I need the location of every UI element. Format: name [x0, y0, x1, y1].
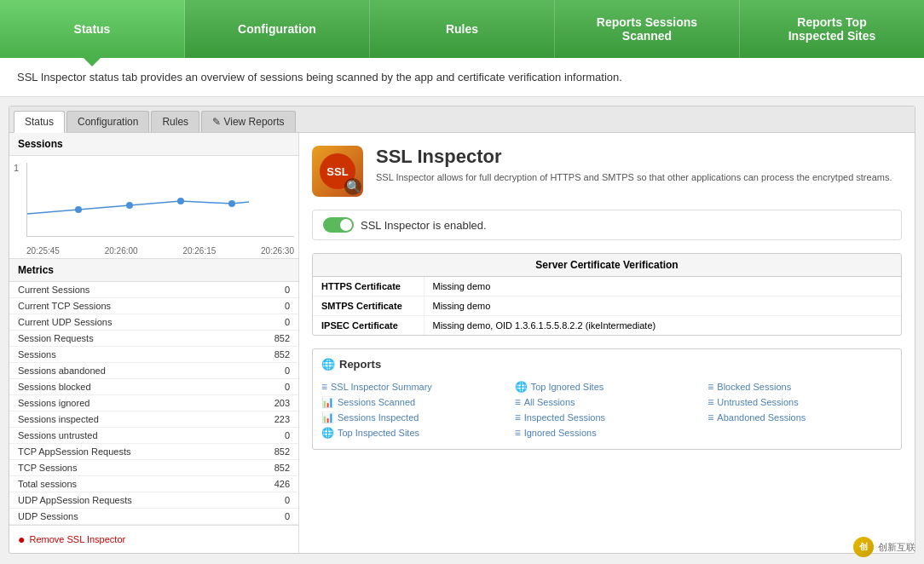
metric-row: Sessions852: [9, 347, 298, 363]
metric-row: Total sessions426: [9, 476, 298, 492]
report-link[interactable]: ≡Ignored Sessions: [515, 425, 700, 440]
watermark: 创 创新互联: [853, 537, 915, 557]
metric-row: TCP Sessions852: [9, 460, 298, 476]
svg-point-1: [126, 202, 133, 209]
watermark-logo: 创: [853, 537, 874, 557]
metric-row: Session Requests852: [9, 331, 298, 347]
metric-row: Sessions inspected223: [9, 411, 298, 428]
metric-row: Sessions blocked0: [9, 379, 298, 395]
remove-label: Remove SSL Inspector: [29, 534, 125, 544]
ssl-enabled-toggle[interactable]: [323, 217, 354, 233]
svg-point-2: [177, 198, 184, 204]
report-link[interactable]: ≡Abandoned Sessions: [707, 410, 892, 425]
cert-row: SMTPS CertificateMissing demo: [313, 296, 901, 316]
metric-row: Sessions abandoned0: [9, 363, 298, 379]
metric-row: UDP Sessions0: [9, 509, 298, 525]
sessions-header: Sessions: [9, 133, 298, 156]
chart-svg: [27, 163, 294, 236]
metrics-table: Current Sessions0Current TCP Sessions0Cu…: [9, 282, 298, 525]
enabled-text: SSL Inspector is enabled.: [361, 219, 487, 232]
inner-tab-bar: Status Configuration Rules ✎ View Report…: [9, 106, 915, 133]
metrics-header: Metrics: [9, 258, 298, 282]
cert-verification-table: Server Certificate Verification HTTPS Ce…: [312, 253, 902, 336]
cert-table-title: Server Certificate Verification: [313, 254, 901, 277]
ssl-icon: SSL 🔍: [312, 146, 363, 197]
chart-x-labels: 20:25:45 20:26:00 20:26:15 20:26:30: [26, 246, 294, 256]
report-link[interactable]: ≡Untrusted Sessions: [707, 394, 892, 410]
top-navigation: Status Configuration Rules Reports Sessi…: [0, 0, 924, 58]
report-link[interactable]: 📊Sessions Inspected: [321, 410, 506, 425]
report-link[interactable]: 🌐Top Ignored Sites: [515, 379, 700, 394]
ssl-description: SSL Inspector allows for full decryption…: [376, 172, 892, 182]
report-link[interactable]: ≡Inspected Sessions: [515, 410, 700, 425]
reports-grid: ≡SSL Inspector Summary📊Sessions Scanned📊…: [321, 379, 892, 440]
inner-tab-configuration[interactable]: Configuration: [66, 111, 149, 132]
nav-item-configuration[interactable]: Configuration: [185, 0, 370, 58]
report-link[interactable]: ≡All Sessions: [515, 394, 700, 410]
svg-point-0: [75, 206, 82, 213]
left-panel: Sessions 1 20:25:45 20:26:00: [9, 133, 299, 553]
ssl-info: SSL Inspector SSL Inspector allows for f…: [376, 146, 892, 182]
cert-row: HTTPS CertificateMissing demo: [313, 277, 901, 296]
metric-row: UDP AppSession Requests0: [9, 492, 298, 509]
report-link[interactable]: 🌐Top Inspected Sites: [321, 425, 506, 440]
metric-row: Current UDP Sessions0: [9, 314, 298, 331]
cert-row: IPSEC CertificateMissing demo, OID 1.3.6…: [313, 316, 901, 336]
metric-row: Current Sessions0: [9, 282, 298, 298]
metric-row: TCP AppSession Requests852: [9, 444, 298, 460]
report-link[interactable]: 📊Sessions Scanned: [321, 394, 506, 410]
remove-icon: ●: [18, 532, 25, 546]
ssl-header: SSL 🔍 SSL Inspector SSL Inspector allows…: [312, 146, 902, 197]
nav-item-rules[interactable]: Rules: [370, 0, 555, 58]
magnify-icon: 🔍: [344, 178, 361, 195]
inner-tab-view-reports[interactable]: ✎ View Reports: [201, 111, 295, 132]
report-link[interactable]: ≡Blocked Sessions: [707, 379, 892, 394]
reports-section: 🌐 Reports ≡SSL Inspector Summary📊Session…: [312, 348, 902, 450]
inner-tab-status[interactable]: Status: [14, 111, 65, 133]
reports-column: 🌐Top Ignored Sites≡All Sessions≡Inspecte…: [515, 379, 700, 440]
watermark-text: 创新互联: [878, 541, 915, 554]
enabled-box: SSL Inspector is enabled.: [312, 210, 902, 240]
metric-row: Sessions untrusted0: [9, 428, 298, 444]
right-panel: SSL 🔍 SSL Inspector SSL Inspector allows…: [299, 133, 915, 553]
description-text: SSL Inspector status tab provides an ove…: [0, 58, 924, 97]
main-layout: Sessions 1 20:25:45 20:26:00: [9, 133, 915, 553]
ssl-title: SSL Inspector: [376, 146, 892, 168]
chart-y-label: 1: [14, 163, 19, 173]
chart-line-area: [26, 163, 294, 237]
nav-item-reports-top[interactable]: Reports TopInspected Sites: [740, 0, 924, 58]
svg-point-3: [228, 200, 235, 207]
metric-row: Current TCP Sessions0: [9, 298, 298, 314]
remove-button[interactable]: ● Remove SSL Inspector: [9, 525, 298, 553]
reports-title: 🌐 Reports: [321, 358, 892, 371]
metric-row: Sessions ignored203: [9, 395, 298, 411]
nav-item-status[interactable]: Status: [0, 0, 185, 58]
reports-column: ≡Blocked Sessions≡Untrusted Sessions≡Aba…: [707, 379, 892, 440]
cert-table: HTTPS CertificateMissing demoSMTPS Certi…: [313, 277, 901, 335]
globe-icon: 🌐: [321, 358, 335, 371]
content-area: Status Configuration Rules ✎ View Report…: [9, 106, 915, 554]
report-link[interactable]: ≡SSL Inspector Summary: [321, 379, 506, 394]
sessions-chart: 1 20:25:45 20:26:00 20:26:15 20:26:30: [9, 156, 298, 258]
nav-item-reports-sessions[interactable]: Reports SessionsScanned: [555, 0, 740, 58]
inner-tab-rules[interactable]: Rules: [151, 111, 199, 132]
reports-column: ≡SSL Inspector Summary📊Sessions Scanned📊…: [321, 379, 506, 440]
